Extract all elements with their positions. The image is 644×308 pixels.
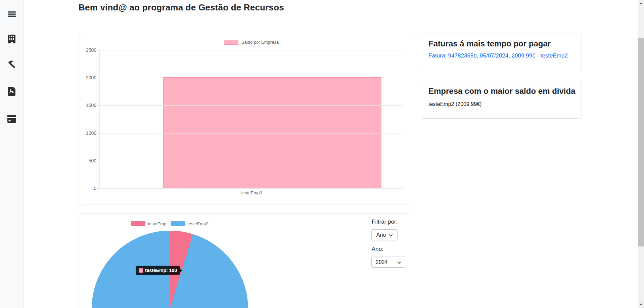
- scroll-up-button[interactable]: [640, 2, 642, 4]
- top-debt-text: testeEmp2 (2009.99€): [428, 101, 481, 107]
- gridline: [99, 78, 403, 78]
- y-tick-mark: [97, 188, 99, 189]
- scrollbar[interactable]: [638, 0, 644, 308]
- y-axis-labels: 25002000150010005000: [79, 50, 96, 188]
- app-window: Bem vind@ ao programa de Gestão de Recur…: [0, 0, 644, 308]
- tooltip-color-key: [139, 268, 143, 273]
- tooltip-caret: [180, 268, 182, 273]
- y-tick-mark: [97, 133, 99, 133]
- pie-chart-card: testeEmp testeEmp2 testeEmp: 100 Filtrar…: [79, 213, 410, 308]
- chevron-down-icon: [389, 232, 393, 238]
- bar-plot-area: [99, 50, 403, 188]
- y-tick-label: 1000: [86, 130, 96, 136]
- x-axis-label: testeEmp2: [142, 190, 361, 195]
- building-icon: [8, 35, 15, 43]
- sidebar-item-companies[interactable]: [0, 31, 23, 47]
- gridline: [99, 188, 403, 189]
- pie-tooltip: testeEmp: 100: [136, 266, 180, 275]
- gridline: [99, 161, 403, 161]
- sidebar: [0, 0, 24, 308]
- pie-legend-item-testeEmp[interactable]: testeEmp: [131, 221, 166, 226]
- gridline: [99, 133, 403, 133]
- y-tick-label: 2000: [86, 75, 96, 80]
- gridline: [99, 50, 403, 50]
- y-axis-line: [99, 50, 100, 188]
- pie-chart-legend: testeEmp testeEmp2: [92, 221, 248, 226]
- y-tick-mark: [97, 78, 99, 78]
- pdf-file-icon: [8, 87, 15, 96]
- y-tick-mark: [97, 105, 99, 106]
- top-debt-card-title: Empresa com o maior saldo em divida: [428, 86, 575, 96]
- sidebar-item-tools[interactable]: [0, 57, 23, 73]
- y-tick-mark: [97, 161, 99, 161]
- scroll-down-button[interactable]: [640, 304, 642, 306]
- sidebar-item-pdf-reports[interactable]: [0, 83, 23, 99]
- pie-legend-item-testeEmp2[interactable]: testeEmp2: [171, 221, 208, 226]
- pie-legend-swatch-testeEmp2: [171, 221, 185, 226]
- chevron-down-icon: [398, 259, 401, 265]
- gridline: [99, 105, 403, 106]
- scrollbar-thumb[interactable]: [638, 38, 644, 246]
- filter-by-select[interactable]: Ano: [371, 229, 398, 240]
- y-tick-label: 500: [89, 158, 96, 163]
- oldest-invoices-card: Faturas á mais tempo por pagar Fatura: 9…: [421, 33, 582, 71]
- top-debt-card: Empresa com o maior saldo em divida test…: [421, 80, 582, 119]
- filter-by-label: Filtrar por:: [372, 219, 398, 225]
- bar-chart-legend[interactable]: Saldo por Empresa: [99, 40, 403, 45]
- pie-legend-label: testeEmp: [148, 221, 166, 226]
- bar-legend-swatch: [224, 40, 238, 45]
- pie-legend-label: testeEmp2: [187, 221, 208, 226]
- invoice-link[interactable]: Fatura: 94782365b, 05/07/2024, 2009.99€ …: [428, 52, 568, 59]
- y-tick-mark: [97, 50, 99, 50]
- year-value: 2024: [376, 259, 388, 265]
- y-tick-label: 1500: [86, 103, 96, 108]
- y-tick-label: 0: [94, 186, 96, 191]
- hammer-icon: [7, 61, 16, 69]
- year-select[interactable]: 2024: [371, 257, 405, 268]
- filter-by-value: Ano: [376, 232, 386, 238]
- tooltip-text: testeEmp: 100: [145, 268, 177, 273]
- year-label: Ano:: [372, 246, 383, 253]
- bar-chart-card: Saldo por Empresa 25002000150010005000 t…: [79, 32, 410, 204]
- page-title: Bem vind@ ao programa de Gestão de Recur…: [79, 2, 284, 13]
- sidebar-item-payments[interactable]: [0, 111, 23, 127]
- pie-legend-swatch-testeEmp: [131, 221, 145, 226]
- y-tick-label: 2500: [86, 47, 96, 53]
- bar-legend-label: Saldo por Empresa: [241, 40, 279, 45]
- menu-button[interactable]: [0, 6, 23, 22]
- menu-icon: [8, 11, 16, 17]
- invoices-card-title: Faturas á mais tempo por pagar: [428, 39, 551, 48]
- credit-card-icon: [7, 115, 16, 123]
